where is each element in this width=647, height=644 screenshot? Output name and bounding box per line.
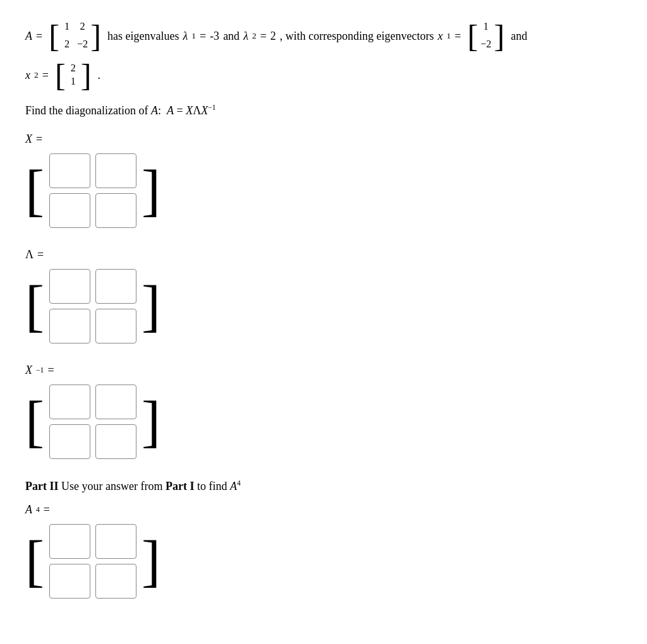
Xinv-input-grid bbox=[44, 382, 142, 462]
part2-bold2: Part I bbox=[166, 480, 194, 492]
X-cell-01[interactable] bbox=[95, 153, 136, 188]
A4-result-var: A bbox=[25, 503, 32, 516]
x2-sub: 2 bbox=[34, 70, 39, 80]
A4-cell-00[interactable] bbox=[49, 524, 90, 559]
A4-matrix-input: [ ] bbox=[25, 522, 160, 601]
A4-cell-10[interactable] bbox=[49, 564, 90, 599]
A4-input-grid bbox=[44, 522, 142, 601]
big-bracket-left-Xi: [ bbox=[25, 398, 44, 446]
X-input-grid bbox=[44, 151, 142, 230]
has-eigenvalues-text: has eigenvalues bbox=[107, 27, 179, 45]
Xinv-cell-10[interactable] bbox=[49, 424, 90, 459]
Lambda-cell-01[interactable] bbox=[95, 269, 136, 304]
section-Lambda: Λ = [ ] bbox=[25, 248, 622, 346]
bracket-left-ev2: [ bbox=[55, 59, 66, 91]
eigvec2-display: [ 2 1 ] bbox=[55, 59, 92, 91]
Xinv-cell-01[interactable] bbox=[95, 385, 136, 419]
Lambda-cell-10[interactable] bbox=[49, 309, 90, 343]
A4-result-label: A4 = bbox=[25, 503, 622, 516]
A4-eq: = bbox=[44, 503, 50, 516]
eigvec2-content: 2 1 bbox=[66, 63, 81, 88]
X-cell-00[interactable] bbox=[49, 153, 90, 188]
equals4: = bbox=[42, 69, 49, 82]
cell-a22: −2 bbox=[77, 37, 88, 53]
problem-statement: A = [ 1 2 2 −2 ] has eigenvalues λ1 = -3… bbox=[25, 19, 622, 53]
x1-sub: 1 bbox=[447, 29, 451, 43]
Lambda-label-line: Λ = bbox=[25, 248, 622, 261]
Lambda-input-grid bbox=[44, 266, 142, 346]
section-Xinv: X−1 = [ ] bbox=[25, 364, 622, 462]
part2-header: Part II Use your answer from Part I to f… bbox=[25, 479, 622, 493]
Lambda-cell-11[interactable] bbox=[95, 309, 136, 343]
big-bracket-right-A4: ] bbox=[142, 537, 160, 586]
lambda1-value: -3 bbox=[210, 27, 219, 45]
big-bracket-right-L: ] bbox=[142, 282, 160, 331]
lambda1: λ bbox=[183, 27, 188, 45]
A4-label: A bbox=[230, 480, 237, 492]
X-cell-11[interactable] bbox=[95, 193, 136, 228]
find-line: Find the diagonalization of A: A = XΛX−1 bbox=[25, 104, 622, 117]
X-var: X bbox=[25, 133, 32, 146]
x2-label: x bbox=[25, 69, 30, 82]
part2-text1: Use your answer from bbox=[61, 480, 166, 492]
Xinv-cell-00[interactable] bbox=[49, 385, 90, 419]
Xinv-eq: = bbox=[47, 364, 54, 377]
big-bracket-left-X: [ bbox=[25, 167, 44, 215]
and-text: and bbox=[223, 27, 239, 45]
eigvec1-content: 1 −2 bbox=[478, 19, 493, 53]
cell-a12: 2 bbox=[78, 19, 88, 35]
matrix-A-content: 1 2 2 −2 bbox=[59, 19, 90, 53]
find-text: Find the diagonalization of A: A = XΛX−1 bbox=[25, 104, 216, 117]
cell-a11: 1 bbox=[62, 19, 72, 35]
bracket-right-ev2: ] bbox=[81, 59, 92, 91]
Xinv-var: X bbox=[25, 364, 32, 377]
big-bracket-right-Xi: ] bbox=[142, 398, 160, 446]
lambda2-value: 2 bbox=[270, 27, 276, 45]
section-part2: Part II Use your answer from Part I to f… bbox=[25, 479, 622, 601]
bracket-right: ] bbox=[90, 20, 101, 52]
X-eq: = bbox=[36, 133, 42, 146]
bracket-left: [ bbox=[49, 20, 59, 52]
Xinv-cell-11[interactable] bbox=[95, 424, 136, 459]
Lambda-cell-00[interactable] bbox=[49, 269, 90, 304]
Lambda-matrix-input: [ ] bbox=[25, 266, 160, 346]
X-matrix-input: [ ] bbox=[25, 151, 160, 230]
ev1-row1: 1 bbox=[481, 19, 491, 35]
and-text2: and bbox=[511, 27, 527, 45]
equals2: = bbox=[260, 27, 267, 45]
bracket-right-ev1: ] bbox=[494, 20, 505, 52]
big-bracket-right-X: ] bbox=[142, 167, 160, 215]
with-text: , with corresponding eigenvectors bbox=[280, 27, 434, 45]
A4-result-sup: 4 bbox=[36, 506, 40, 514]
equals1: = bbox=[200, 27, 206, 45]
lambda2: λ bbox=[243, 27, 248, 45]
Xinv-matrix-input: [ ] bbox=[25, 382, 160, 462]
x2-line: x2 = [ 2 1 ] . bbox=[25, 59, 622, 91]
A4-cell-11[interactable] bbox=[95, 564, 136, 599]
A4-cell-01[interactable] bbox=[95, 524, 136, 559]
section-X: X = [ ] bbox=[25, 133, 622, 230]
ev2-row2: 1 bbox=[68, 76, 78, 88]
ev2-row1: 2 bbox=[68, 63, 78, 75]
big-bracket-left-L: [ bbox=[25, 282, 44, 331]
big-bracket-left-A4: [ bbox=[25, 537, 44, 586]
matrix-A-label: A bbox=[25, 27, 32, 45]
lambda1-sub: 1 bbox=[191, 29, 196, 43]
X-cell-10[interactable] bbox=[49, 193, 90, 228]
ev1-row2: −2 bbox=[480, 37, 491, 53]
matrix-A-display: [ 1 2 2 −2 ] bbox=[49, 19, 101, 53]
eigvec1-display: [ 1 −2 ] bbox=[468, 19, 505, 53]
bracket-left-ev1: [ bbox=[468, 20, 478, 52]
X-label-line: X = bbox=[25, 133, 622, 146]
equals3: = bbox=[455, 27, 461, 45]
part2-text2: to find bbox=[197, 480, 230, 492]
Xinv-sup: −1 bbox=[36, 366, 44, 374]
lambda2-sub: 2 bbox=[252, 29, 257, 43]
cell-a21: 2 bbox=[62, 37, 72, 53]
period: . bbox=[97, 69, 100, 82]
x1-label: x bbox=[438, 27, 443, 45]
Xinv-label-line: X−1 = bbox=[25, 364, 622, 377]
equals-sign: = bbox=[36, 27, 42, 45]
Lambda-eq: = bbox=[37, 248, 44, 261]
Lambda-var: Λ bbox=[25, 248, 33, 261]
